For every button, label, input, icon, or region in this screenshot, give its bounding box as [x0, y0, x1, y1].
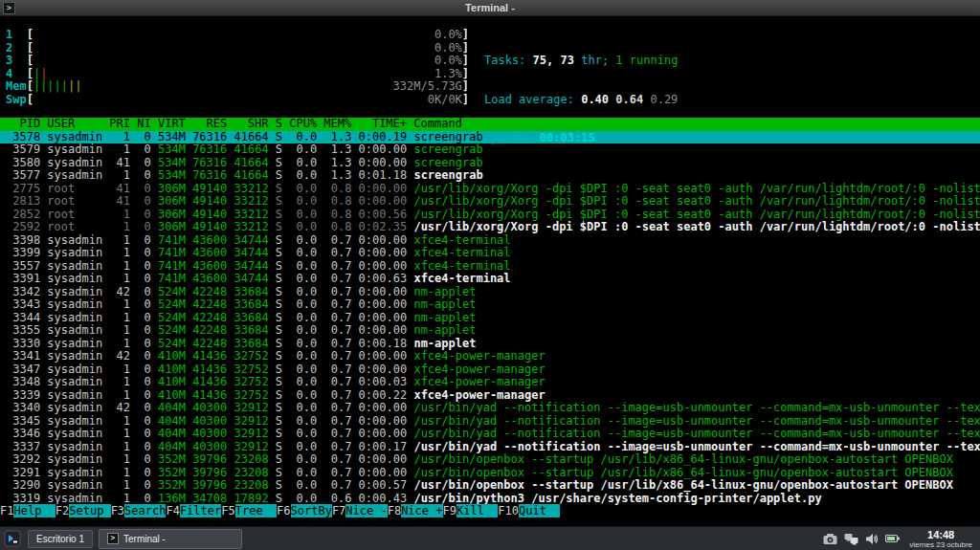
process-row[interactable]: 3343 sysadmin 1 0 524M 42248 33684 S 0.0… — [0, 298, 980, 312]
fnkey-f9[interactable]: F9 — [443, 504, 457, 517]
load-line: Load average: 0.40 0.64 0.29 — [484, 94, 678, 107]
tasks-count: 75, — [533, 54, 554, 67]
network-icon[interactable] — [844, 533, 858, 545]
terminal-viewport[interactable]: 1 [0.0%]2 [0.0%]3 [0.0%]4 [||1.3%]Mem[||… — [0, 16, 980, 526]
process-row[interactable]: 3347 sysadmin 1 0 410M 41436 32752 S 0.0… — [0, 363, 980, 377]
process-row[interactable]: 3341 sysadmin 42 0 410M 41436 32752 S 0.… — [0, 350, 980, 363]
process-row[interactable]: 3340 sysadmin 42 0 404M 40300 32912 S 0.… — [0, 402, 980, 415]
thread-count: 73 — [561, 54, 574, 67]
workspace-switcher[interactable]: Escritorio 1 — [28, 530, 93, 548]
workspace-label: Escritorio 1 — [36, 534, 84, 544]
process-row[interactable]: 3330 sysadmin 1 0 524M 42248 33684 S 0.0… — [0, 338, 980, 351]
uptime-label: Uptime: — [484, 131, 533, 144]
window-title: Terminal - — [465, 2, 515, 13]
uptime-line: Uptime: 00:03:15 — [484, 132, 678, 145]
tasks-label: Tasks: — [484, 54, 525, 67]
running-count: 1 running — [615, 54, 678, 67]
clock-time: 14:48 — [909, 529, 972, 540]
process-table: 3578 sysadmin 1 0 534M 76316 41664 S 0.0… — [0, 131, 980, 506]
system-info: Tasks: 75, 73 thr; 1 running Load averag… — [484, 29, 678, 171]
process-row[interactable]: 3292 sysadmin 1 0 352M 39796 23208 S 0.0… — [0, 453, 980, 467]
fnkey-f5[interactable]: F5 — [221, 504, 234, 517]
fnlabel-f5[interactable]: Tree — [235, 504, 277, 517]
clock-date: viernes 23 octubre — [909, 540, 972, 549]
clock[interactable]: 14:48 viernes 23 octubre — [909, 529, 972, 549]
fnkey-f7[interactable]: F7 — [332, 504, 345, 517]
fnkey-f3[interactable]: F3 — [111, 504, 124, 517]
fnkey-f6[interactable]: F6 — [277, 504, 290, 517]
process-row[interactable]: 2813 root 41 0 306M 49140 33212 S 0.0 0.… — [0, 195, 980, 209]
volume-icon[interactable] — [865, 533, 879, 545]
process-row[interactable]: 2775 root 41 0 306M 49140 33212 S 0.0 0.… — [0, 183, 980, 196]
fnkey-f10[interactable]: F10 — [498, 504, 519, 517]
task-button-label: Terminal - — [123, 534, 166, 544]
process-row[interactable]: 3557 sysadmin 1 0 741M 43600 34744 S 0.0… — [0, 260, 980, 274]
tasks-line: Tasks: 75, 73 thr; 1 running — [484, 55, 678, 68]
process-row[interactable]: 3577 sysadmin 1 0 534M 76316 41664 S 0.0… — [0, 169, 980, 183]
process-row[interactable]: 3344 sysadmin 1 0 524M 42248 33684 S 0.0… — [0, 312, 980, 325]
taskbar-panel: Escritorio 1 > Terminal - — [0, 526, 980, 550]
process-row[interactable]: 3319 sysadmin 1 0 136M 34708 17892 S 0.0… — [0, 493, 980, 506]
process-row[interactable]: 3355 sysadmin 1 0 524M 42248 33684 S 0.0… — [0, 324, 980, 338]
system-tray — [823, 533, 900, 545]
battery-icon[interactable] — [885, 533, 900, 544]
process-row[interactable]: 2592 root 1 0 306M 49140 33212 S 0.0 0.8… — [0, 221, 980, 234]
fnkey-f2[interactable]: F2 — [56, 504, 69, 517]
process-row[interactable]: 3339 sysadmin 1 0 410M 41436 32752 S 0.0… — [0, 389, 980, 403]
process-row[interactable]: 3342 sysadmin 42 0 524M 42248 33684 S 0.… — [0, 286, 980, 299]
process-row[interactable]: 3346 sysadmin 1 0 404M 40300 32912 S 0.0… — [0, 428, 980, 441]
process-row[interactable]: 3337 sysadmin 1 0 404M 40300 32912 S 0.0… — [0, 441, 980, 454]
desktop: > Terminal - 1 [0.0%]2 [0.0%]3 [0.0%]4 [… — [0, 0, 980, 550]
fnkey-f8[interactable]: F8 — [388, 504, 401, 517]
load-1min: 0.40 — [581, 93, 609, 106]
fnlabel-f8[interactable]: Nice + — [401, 504, 442, 517]
camera-icon[interactable] — [823, 533, 837, 545]
taskbar-window-button[interactable]: > Terminal - — [99, 529, 242, 549]
load-label: Load average: — [484, 93, 574, 106]
process-row[interactable]: 2852 root 1 0 306M 49140 33212 S 0.0 0.8… — [0, 209, 980, 222]
fnlabel-f10[interactable]: Quit — [519, 504, 560, 517]
fnlabel-f9[interactable]: Kill — [457, 504, 498, 517]
fnlabel-f3[interactable]: Search — [124, 504, 166, 517]
window-titlebar[interactable]: > Terminal - — [0, 0, 980, 16]
fnlabel-f2[interactable]: Setup — [69, 504, 110, 517]
function-key-bar: F1Help F2Setup F3SearchF4FilterF5Tree F6… — [0, 505, 980, 518]
process-row[interactable]: 3290 sysadmin 1 0 352M 39796 23208 S 0.0… — [0, 479, 980, 493]
fnkey-f1[interactable]: F1 — [0, 504, 13, 517]
fnlabel-f4[interactable]: Filter — [180, 504, 221, 517]
fnkey-f4[interactable]: F4 — [166, 504, 179, 517]
load-15min: 0.29 — [650, 93, 678, 106]
process-row[interactable]: 3391 sysadmin 1 0 741M 43600 34744 S 0.0… — [0, 273, 980, 286]
process-row[interactable]: 3399 sysadmin 1 0 741M 43600 34744 S 0.0… — [0, 247, 980, 260]
fnlabel-f7[interactable]: Nice - — [345, 504, 387, 517]
fnlabel-f6[interactable]: SortBy — [291, 504, 332, 517]
process-row[interactable]: 3348 sysadmin 1 0 410M 41436 32752 S 0.0… — [0, 376, 980, 389]
terminal-icon: > — [107, 533, 119, 544]
app-menu-icon — [4, 530, 21, 547]
process-row[interactable]: 3345 sysadmin 1 0 404M 40300 32912 S 0.0… — [0, 415, 980, 429]
process-row[interactable]: 3398 sysadmin 1 0 741M 43600 34744 S 0.0… — [0, 234, 980, 248]
window-menu-icon[interactable]: > — [3, 2, 15, 14]
uptime-value: 00:03:15 — [540, 131, 595, 144]
process-row[interactable]: 3291 sysadmin 1 0 352M 39796 23208 S 0.0… — [0, 467, 980, 480]
load-5min: 0.64 — [615, 93, 643, 106]
app-menu-button[interactable] — [0, 527, 25, 550]
fnlabel-f1[interactable]: Help — [13, 504, 55, 517]
thread-label: thr; — [581, 54, 609, 67]
